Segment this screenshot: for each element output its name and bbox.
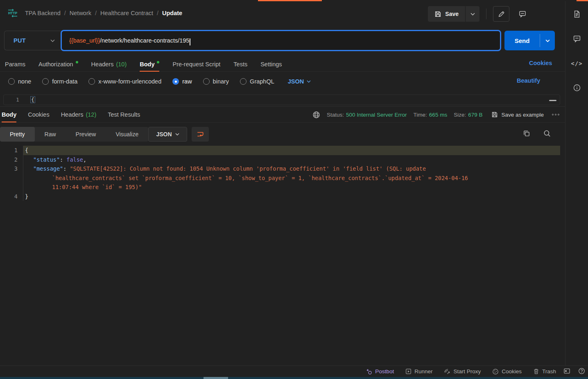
beautify-link[interactable]: Beautify [517, 77, 540, 84]
method-select[interactable]: PUT [4, 31, 61, 50]
response-meta: Status: 500 Internal Server Error Time: … [312, 107, 559, 122]
horizontal-scrollbar-thumb[interactable] [204, 377, 228, 379]
wrap-text-button[interactable] [192, 127, 209, 142]
tab-authorization[interactable]: Authorization [38, 57, 78, 71]
runner-button[interactable]: Runner [405, 368, 432, 374]
save-label: Save [445, 11, 459, 17]
proxy-icon [444, 368, 450, 375]
edit-request-button[interactable] [493, 6, 509, 22]
breadcrumb: HTTP TPA Backend / Network / Healthcare … [7, 9, 182, 18]
status-label: Status: [327, 112, 344, 118]
body-mode-row: none form-data x-www-form-urlencoded raw… [0, 75, 565, 88]
code-snippet-icon[interactable]: </> [571, 60, 582, 67]
send-button[interactable]: Send [504, 31, 540, 50]
tab-body[interactable]: Body [140, 57, 159, 71]
status-pair[interactable]: Status: 500 Internal Server Error [327, 112, 407, 118]
body-mode-form-data[interactable]: form-data [42, 78, 77, 85]
info-icon[interactable] [573, 84, 581, 92]
save-as-example-label: Save as example [501, 112, 544, 118]
breadcrumb-collection[interactable]: TPA Backend [25, 10, 61, 16]
view-label: Raw [45, 131, 56, 138]
raw-language-select[interactable]: JSON [288, 78, 311, 85]
tab-settings[interactable]: Settings [260, 57, 282, 71]
tab-label: Settings [260, 61, 282, 68]
size-pair[interactable]: Size: 679 B [454, 112, 482, 118]
body-mode-x-www-form-urlencoded[interactable]: x-www-form-urlencoded [88, 78, 161, 85]
editor-scrollbar-thumb[interactable] [549, 100, 556, 101]
view-label: Pretty [10, 131, 25, 138]
send-options-button[interactable] [540, 31, 555, 50]
cookie-icon [492, 368, 499, 375]
save-options-button[interactable] [466, 6, 479, 22]
response-tab-body[interactable]: Body [2, 107, 16, 122]
tab-pre-request-script[interactable]: Pre-request Script [172, 57, 220, 71]
save-button-group: Save [428, 6, 479, 22]
body-mode-binary[interactable]: binary [203, 78, 229, 85]
comments-panel-icon[interactable] [573, 35, 581, 43]
body-mode-none[interactable]: none [8, 78, 31, 85]
network-globe-icon[interactable] [312, 111, 320, 119]
mode-label: binary [213, 78, 229, 85]
radio-icon [172, 78, 179, 85]
line-number: 2 [0, 155, 23, 165]
help-icon[interactable] [578, 368, 585, 374]
tab-label: Params [5, 61, 25, 68]
breadcrumb-folder[interactable]: Network [70, 10, 91, 16]
response-tab-test-results[interactable]: Test Results [108, 107, 140, 122]
view-tab-pretty[interactable]: Pretty [0, 127, 35, 142]
request-body-editor[interactable]: 1 { [3, 95, 560, 105]
code-line-content: "status": false, [23, 155, 474, 165]
response-tab-headers[interactable]: Headers(12) [61, 107, 97, 122]
response-view-switcher: Pretty Raw Preview Visualize [0, 127, 148, 142]
tab-label: Authorization [38, 61, 73, 68]
chevron-down-icon [50, 39, 55, 42]
code-line-content: { [23, 146, 474, 155]
tab-label: Headers [61, 111, 84, 118]
time-pair[interactable]: Time: 665 ms [414, 112, 448, 118]
view-tab-raw[interactable]: Raw [35, 127, 66, 142]
toggle-panel-icon[interactable] [563, 368, 570, 374]
more-options-icon[interactable] [552, 114, 559, 115]
horizontal-scrollbar[interactable] [0, 377, 588, 379]
mode-label: none [18, 78, 31, 85]
svg-text:HTTP: HTTP [8, 11, 18, 15]
start-proxy-button[interactable]: Start Proxy [444, 368, 481, 375]
copy-response-button[interactable] [522, 129, 531, 138]
url-variable: {{base_url}} [69, 37, 100, 44]
response-tab-cookies[interactable]: Cookies [28, 107, 49, 122]
save-as-example-button[interactable]: Save as example [491, 111, 544, 118]
tab-params[interactable]: Params [5, 57, 25, 71]
documentation-icon[interactable] [573, 10, 581, 18]
comments-button[interactable] [514, 6, 531, 22]
breadcrumb-request-name[interactable]: Update [162, 10, 182, 16]
view-tab-preview[interactable]: Preview [66, 127, 106, 142]
view-tab-visualize[interactable]: Visualize [106, 127, 148, 142]
response-language-select[interactable]: JSON [148, 127, 187, 142]
code-line-content: } [23, 192, 474, 201]
save-button[interactable]: Save [428, 6, 465, 22]
response-tabs: Body Cookies Headers(12) Test Results [1, 107, 140, 122]
trash-icon [533, 368, 539, 374]
body-mode-raw[interactable]: raw [172, 78, 192, 85]
search-response-button[interactable] [543, 129, 551, 138]
modified-dot [157, 61, 159, 63]
tab-tests[interactable]: Tests [233, 57, 247, 71]
language-label: JSON [288, 78, 304, 85]
breadcrumb-subfolder[interactable]: Healthcare Contract [100, 10, 153, 16]
search-icon [543, 129, 551, 138]
editor-line-number: 1 [16, 97, 19, 103]
save-icon [491, 111, 498, 118]
postbot-button[interactable]: Postbot [366, 368, 394, 375]
url-input[interactable]: {{base_url}}/network/healthcare-contract… [61, 30, 501, 51]
body-mode-graphql[interactable]: GraphQL [240, 78, 274, 85]
request-tabs: Params Authorization Headers(10) Body Pr… [0, 57, 565, 72]
postman-app: HTTP TPA Backend / Network / Healthcare … [0, 0, 588, 379]
trash-button[interactable]: Trash [533, 368, 556, 374]
tab-headers[interactable]: Headers(10) [91, 57, 127, 71]
response-body-code[interactable]: 1{2"status": false,3"message": "SQLSTATE… [0, 146, 560, 363]
comment-icon [519, 10, 526, 18]
tab-label: Tests [233, 61, 247, 68]
cookies-button[interactable]: Cookies [492, 368, 522, 375]
copy-icon [522, 129, 531, 138]
cookies-link[interactable]: Cookies [529, 60, 552, 66]
